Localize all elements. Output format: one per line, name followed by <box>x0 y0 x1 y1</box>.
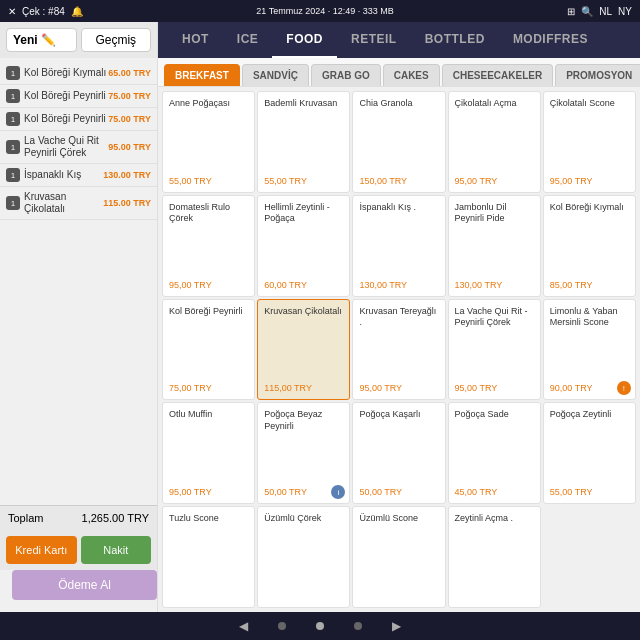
history-label: Geçmiş <box>95 33 136 47</box>
product-card[interactable]: Anne Poğaçası 55,00 TRY <box>162 91 255 193</box>
product-card[interactable]: Çikolatalı Scone 95,00 TRY <box>543 91 636 193</box>
order-item[interactable]: 1 Kol Böreği Kıymalı 65.00 TRY <box>0 62 157 85</box>
product-card[interactable]: İspanaklı Kış . 130,00 TRY <box>352 195 445 297</box>
product-card[interactable]: Poğoça Sade 45,00 TRY <box>448 402 541 504</box>
product-price: 150,00 TRY <box>359 176 438 186</box>
product-name: Zeytinli Açma . <box>455 513 534 597</box>
product-price: 50,00 TRY <box>359 487 438 497</box>
product-price: 55,00 TRY <box>550 487 629 497</box>
product-card[interactable]: La Vache Qui Rit - Peynirli Çörek 95,00 … <box>448 299 541 401</box>
order-item[interactable]: 1 Kol Böreği Peynirli 75.00 TRY <box>0 108 157 131</box>
product-card[interactable]: Limonlu & Yaban Mersinli Scone 90,00 TRY… <box>543 299 636 401</box>
product-price: 95,00 TRY <box>550 176 629 186</box>
order-item-price: 95.00 TRY <box>108 142 151 152</box>
cat-tab-promosyon[interactable]: PROMOSYON <box>555 64 640 86</box>
credit-card-button[interactable]: Kredi Kartı <box>6 536 77 564</box>
status-bar-left: ✕ Çek : #84 🔔 <box>8 6 83 17</box>
edit-icon: ✏️ <box>41 33 56 47</box>
product-name: Poğoça Beyaz Peynirli <box>264 409 343 483</box>
product-card[interactable]: Chia Granola 150,00 TRY <box>352 91 445 193</box>
cat-tab-cakes[interactable]: CAKES <box>383 64 440 86</box>
checkout-button[interactable]: Ödeme Al <box>12 570 157 600</box>
product-card[interactable]: Bademli Kruvasan 55,00 TRY <box>257 91 350 193</box>
product-price: 45,00 TRY <box>455 487 534 497</box>
product-name: Üzümlü Scone <box>359 513 438 597</box>
product-price: 95,00 TRY <box>169 487 248 497</box>
product-name: Üzümlü Çörek <box>264 513 343 597</box>
product-name: Anne Poğaçası <box>169 98 248 172</box>
nav-dot-3[interactable] <box>354 622 362 630</box>
product-card[interactable]: Poğoça Kaşarlı 50,00 TRY <box>352 402 445 504</box>
order-item-name: İspanaklı Kış <box>24 169 103 181</box>
top-nav-item-food[interactable]: FOOD <box>272 22 337 58</box>
product-card[interactable]: Kol Böreği Peynirli 75,00 TRY <box>162 299 255 401</box>
product-name: Jambonlu Dil Peynirli Pide <box>455 202 534 276</box>
product-price: 95,00 TRY <box>455 383 534 393</box>
content-area: HOTICEFOODRETEILBOTTLEDMODIFFRES BREKFAS… <box>158 22 640 612</box>
product-card[interactable]: Otlu Muffin 95,00 TRY <box>162 402 255 504</box>
order-item[interactable]: 1 Kruvasan Çikolatalı 115.00 TRY <box>0 187 157 220</box>
order-item-price: 75.00 TRY <box>108 91 151 101</box>
status-bar-center: 21 Temmuz 2024 · 12:49 · 333 MB <box>256 6 393 16</box>
payment-buttons: Kredi Kartı Nakit <box>0 530 157 570</box>
product-name: Hellimli Zeytinli -Poğaça <box>264 202 343 276</box>
product-card[interactable]: Üzümlü Çörek <box>257 506 350 608</box>
product-price: 60,00 TRY <box>264 280 343 290</box>
flag-icon: NL <box>599 6 612 17</box>
product-price: 85,00 TRY <box>550 280 629 290</box>
order-item[interactable]: 1 La Vache Qui Rit Peynirli Çörek 95.00 … <box>0 131 157 164</box>
nav-dot-2[interactable] <box>316 622 324 630</box>
cat-tab-brekfast[interactable]: BREKFAST <box>164 64 240 86</box>
product-price: 130,00 TRY <box>455 280 534 290</box>
product-price: 55,00 TRY <box>264 176 343 186</box>
top-nav-item-hot[interactable]: HOT <box>168 22 223 58</box>
product-card[interactable]: Poğoça Zeytinli 55,00 TRY <box>543 402 636 504</box>
top-nav-item-bottled[interactable]: BOTTLED <box>411 22 499 58</box>
product-name: Kol Böreği Kıymalı <box>550 202 629 276</box>
cat-tab-cheseecakeler[interactable]: CHESEECAKELER <box>442 64 553 86</box>
order-item-price: 115.00 TRY <box>103 198 151 208</box>
top-nav-item-reteil[interactable]: RETEIL <box>337 22 411 58</box>
new-order-button[interactable]: Yeni ✏️ <box>6 28 77 52</box>
close-icon[interactable]: ✕ <box>8 6 16 17</box>
product-card[interactable]: Çikolatalı Açma 95,00 TRY <box>448 91 541 193</box>
product-card[interactable]: Zeytinli Açma . <box>448 506 541 608</box>
prev-arrow[interactable]: ◀ <box>239 619 248 633</box>
cash-button[interactable]: Nakit <box>81 536 152 564</box>
product-card[interactable]: Kol Böreği Kıymalı 85,00 TRY <box>543 195 636 297</box>
cat-tab-sandvi̇ç[interactable]: SANDVİÇ <box>242 64 309 86</box>
nav-dot-1[interactable] <box>278 622 286 630</box>
product-card[interactable]: Kruvasan Tereyağlı . 95,00 TRY <box>352 299 445 401</box>
product-price: 75,00 TRY <box>169 383 248 393</box>
order-item[interactable]: 1 Kol Böreği Peynirli 75.00 TRY <box>0 85 157 108</box>
order-num: 1 <box>6 140 20 154</box>
next-arrow[interactable]: ▶ <box>392 619 401 633</box>
product-price: 95,00 TRY <box>169 280 248 290</box>
order-item[interactable]: 1 İspanaklı Kış 130.00 TRY <box>0 164 157 187</box>
order-item-price: 65.00 TRY <box>108 68 151 78</box>
product-card[interactable]: Tuzlu Scone <box>162 506 255 608</box>
product-card[interactable]: Domatesli Rulo Çörek 95,00 TRY <box>162 195 255 297</box>
product-card[interactable]: Kruvasan Çikolatalı 115,00 TRY <box>257 299 350 401</box>
product-price: 95,00 TRY <box>359 383 438 393</box>
product-price: 115,00 TRY <box>264 383 343 393</box>
top-nav-item-modiffres[interactable]: MODIFFRES <box>499 22 602 58</box>
product-name: Domatesli Rulo Çörek <box>169 202 248 276</box>
top-nav-item-ice[interactable]: ICE <box>223 22 273 58</box>
product-name: Chia Granola <box>359 98 438 172</box>
product-price: 95,00 TRY <box>455 176 534 186</box>
product-card[interactable]: Üzümlü Scone <box>352 506 445 608</box>
product-card[interactable]: Jambonlu Dil Peynirli Pide 130,00 TRY <box>448 195 541 297</box>
product-name: La Vache Qui Rit - Peynirli Çörek <box>455 306 534 380</box>
new-label: Yeni <box>13 33 38 47</box>
product-card[interactable]: Poğoça Beyaz Peynirli 50,00 TRY i <box>257 402 350 504</box>
history-button[interactable]: Geçmiş <box>81 28 152 52</box>
order-item-name: La Vache Qui Rit Peynirli Çörek <box>24 135 108 159</box>
product-name: Kol Böreği Peynirli <box>169 306 248 380</box>
search-icon[interactable]: 🔍 <box>581 6 593 17</box>
bell-icon: 🔔 <box>71 6 83 17</box>
product-name: Limonlu & Yaban Mersinli Scone <box>550 306 629 380</box>
product-card[interactable]: Hellimli Zeytinli -Poğaça 60,00 TRY <box>257 195 350 297</box>
order-list: 1 Kol Böreği Kıymalı 65.00 TRY 1 Kol Bör… <box>0 58 157 505</box>
cat-tab-grab-go[interactable]: GRAB GO <box>311 64 381 86</box>
